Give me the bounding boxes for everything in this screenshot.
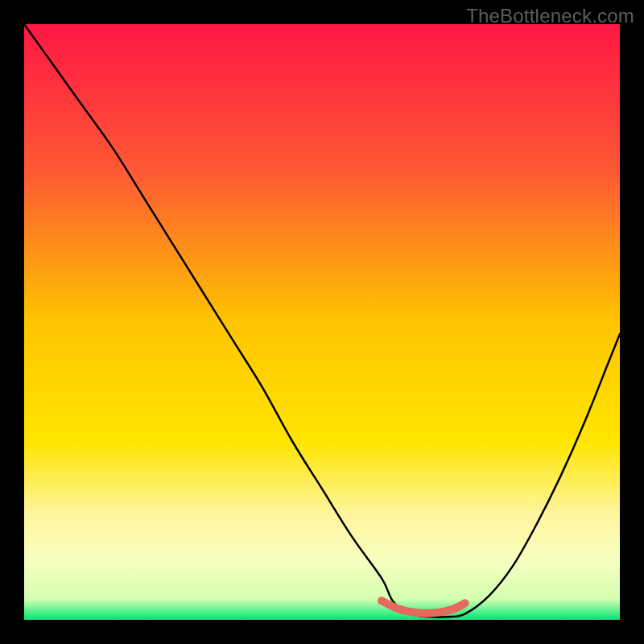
chart-background: [24, 24, 620, 620]
chart-svg: [24, 24, 620, 620]
chart-plot: [24, 24, 620, 620]
chart-frame: TheBottleneck.com: [0, 0, 644, 644]
watermark-text: TheBottleneck.com: [466, 5, 634, 27]
